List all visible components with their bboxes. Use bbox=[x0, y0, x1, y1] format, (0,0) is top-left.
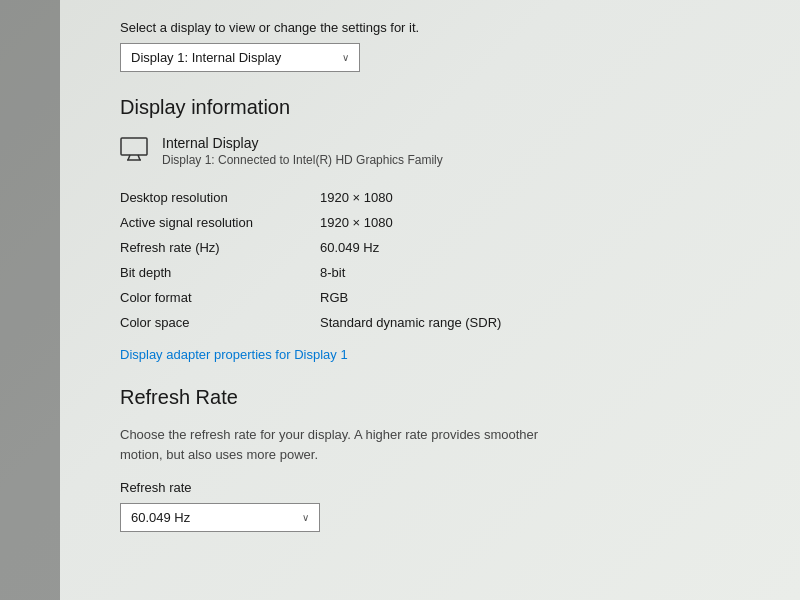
display-info-text: Internal Display Display 1: Connected to… bbox=[162, 135, 443, 167]
monitor-icon bbox=[120, 137, 148, 165]
info-label: Desktop resolution bbox=[120, 190, 320, 205]
refresh-rate-dropdown[interactable]: 60.049 Hz ∨ bbox=[120, 503, 320, 532]
table-row: Desktop resolution1920 × 1080 bbox=[120, 185, 770, 210]
table-row: Color spaceStandard dynamic range (SDR) bbox=[120, 310, 770, 335]
display-dropdown-value: Display 1: Internal Display bbox=[131, 50, 281, 65]
display-information-title: Display information bbox=[120, 96, 770, 119]
content-area: Select a display to view or change the s… bbox=[60, 0, 800, 600]
refresh-rate-section: Refresh Rate Choose the refresh rate for… bbox=[120, 386, 770, 532]
info-value: 8-bit bbox=[320, 265, 345, 280]
info-value: 1920 × 1080 bbox=[320, 215, 393, 230]
left-sidebar bbox=[0, 0, 60, 600]
refresh-rate-description: Choose the refresh rate for your display… bbox=[120, 425, 540, 464]
refresh-rate-value: 60.049 Hz bbox=[131, 510, 190, 525]
info-label: Active signal resolution bbox=[120, 215, 320, 230]
table-row: Refresh rate (Hz)60.049 Hz bbox=[120, 235, 770, 260]
display-info-header: Internal Display Display 1: Connected to… bbox=[120, 135, 770, 167]
info-value: 1920 × 1080 bbox=[320, 190, 393, 205]
refresh-rate-chevron-icon: ∨ bbox=[302, 512, 309, 523]
refresh-rate-title: Refresh Rate bbox=[120, 386, 770, 409]
svg-rect-0 bbox=[121, 138, 147, 155]
adapter-properties-link[interactable]: Display adapter properties for Display 1 bbox=[120, 347, 770, 362]
table-row: Bit depth8-bit bbox=[120, 260, 770, 285]
info-value: Standard dynamic range (SDR) bbox=[320, 315, 501, 330]
display-subtitle: Display 1: Connected to Intel(R) HD Grap… bbox=[162, 153, 443, 167]
table-row: Active signal resolution1920 × 1080 bbox=[120, 210, 770, 235]
info-label: Bit depth bbox=[120, 265, 320, 280]
table-row: Color formatRGB bbox=[120, 285, 770, 310]
display-selector-dropdown[interactable]: Display 1: Internal Display ∨ bbox=[120, 43, 360, 72]
info-label: Color format bbox=[120, 290, 320, 305]
refresh-rate-sub-label: Refresh rate bbox=[120, 480, 770, 495]
display-dropdown-chevron-icon: ∨ bbox=[342, 52, 349, 63]
display-name: Internal Display bbox=[162, 135, 443, 151]
info-value: 60.049 Hz bbox=[320, 240, 379, 255]
info-label: Refresh rate (Hz) bbox=[120, 240, 320, 255]
select-display-label: Select a display to view or change the s… bbox=[120, 20, 770, 35]
display-info-table: Desktop resolution1920 × 1080Active sign… bbox=[120, 185, 770, 335]
info-label: Color space bbox=[120, 315, 320, 330]
info-value: RGB bbox=[320, 290, 348, 305]
